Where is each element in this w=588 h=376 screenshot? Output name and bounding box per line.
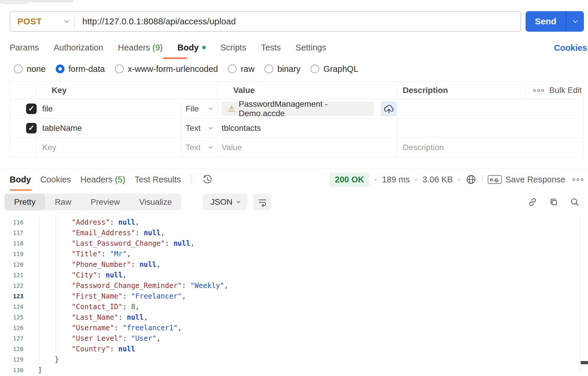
copy-button[interactable] <box>548 197 559 208</box>
token-s: "User" <box>131 334 157 343</box>
body-mode-graphql[interactable]: GraphQL <box>310 64 358 74</box>
line-number: 124 <box>0 302 23 312</box>
method-label: POST <box>17 16 42 26</box>
active-tab-underline <box>163 57 187 59</box>
body-mode-form-data[interactable]: form-data <box>56 64 105 74</box>
response-tabs: BodyCookiesHeaders(5)Test Results <box>10 175 181 184</box>
tab-scripts[interactable]: Scripts <box>220 43 247 52</box>
type-select[interactable]: Text <box>181 138 217 157</box>
tab-body[interactable]: Body <box>177 43 206 52</box>
description-cell[interactable] <box>397 118 584 138</box>
network-info-button[interactable] <box>465 174 477 185</box>
tab-label: Params <box>10 43 39 52</box>
row-checkbox-checked[interactable] <box>26 123 37 133</box>
response-view-toolbar: PrettyRawPreviewVisualize JSON <box>4 194 271 210</box>
token-p: : <box>131 260 140 269</box>
token-n: null <box>118 345 135 353</box>
history-button[interactable] <box>201 174 213 185</box>
line-number: 122 <box>0 280 23 291</box>
description-cell[interactable] <box>397 99 584 118</box>
copy-link-button[interactable] <box>527 197 538 208</box>
scrollbar-thumb[interactable] <box>581 361 588 364</box>
response-tab-test-results[interactable]: Test Results <box>135 175 181 184</box>
save-response-label: Save Response <box>505 175 565 184</box>
line-number: 119 <box>0 249 23 259</box>
value-cell[interactable]: tblcontacts <box>217 118 397 138</box>
token-p: , <box>144 313 148 321</box>
chevron-down-icon <box>573 18 577 23</box>
more-options-icon[interactable] <box>572 178 583 181</box>
radio-label: form-data <box>69 64 105 74</box>
radio-icon <box>310 65 319 73</box>
token-n: null <box>127 313 144 321</box>
key-cell[interactable]: file <box>36 99 181 118</box>
body-mode-x-www-form-urlencoded[interactable]: x-www-form-urlencoded <box>115 64 218 74</box>
row-checkbox-checked[interactable] <box>26 104 37 114</box>
token-k: "User Level" <box>72 334 123 343</box>
bulk-edit-area: Bulk Edit <box>526 82 584 99</box>
save-response-button[interactable]: e.g. Save Response <box>488 175 565 184</box>
description-cell-placeholder[interactable]: Description <box>397 138 584 157</box>
token-p: , <box>157 334 161 343</box>
bulk-edit-button[interactable]: Bulk Edit <box>549 86 582 95</box>
send-button-group: Send <box>526 11 584 32</box>
tab-label: Headers <box>80 175 113 184</box>
body-mode-none[interactable]: none <box>14 64 46 74</box>
language-select[interactable]: JSON <box>203 194 247 210</box>
section-divider <box>0 169 588 169</box>
tab-tests[interactable]: Tests <box>261 43 281 52</box>
modified-dot-icon <box>202 46 206 49</box>
code-action-buttons <box>527 194 580 210</box>
body-mode-binary[interactable]: binary <box>264 64 300 74</box>
tab-authorization[interactable]: Authorization <box>54 43 103 52</box>
send-options-button[interactable] <box>566 11 584 32</box>
token-p: : <box>135 229 144 237</box>
view-tab-raw[interactable]: Raw <box>45 194 81 210</box>
tab-settings[interactable]: Settings <box>295 43 326 52</box>
search-button[interactable] <box>569 197 580 208</box>
tab-headers[interactable]: Headers(9) <box>118 43 163 52</box>
key-cell-placeholder[interactable]: Key <box>36 138 181 157</box>
type-select[interactable]: Text <box>181 118 217 138</box>
line-number: 127 <box>0 333 23 344</box>
view-tab-visualize[interactable]: Visualize <box>130 194 182 210</box>
method-select[interactable]: POST <box>10 12 74 31</box>
separator-dot <box>375 179 377 181</box>
response-tab-body[interactable]: Body <box>10 175 31 184</box>
wrap-text-icon <box>257 197 268 208</box>
cloud-upload-icon <box>383 103 394 114</box>
code-line: 130] <box>0 365 588 375</box>
form-data-table: Key Value Description Bulk Edit file Fil… <box>10 82 583 157</box>
send-button[interactable]: Send <box>526 11 566 32</box>
radio-label: GraphQL <box>323 64 358 74</box>
token-n: null <box>118 218 135 226</box>
value-cell-placeholder[interactable]: Value <box>217 138 397 157</box>
view-tab-preview[interactable]: Preview <box>81 194 130 210</box>
description-column-header: Description <box>397 82 526 99</box>
upload-file-button[interactable] <box>380 101 397 116</box>
line-number: 125 <box>0 312 23 323</box>
key-column-header: Key <box>36 82 217 99</box>
code-content: "Address": null, <box>38 217 140 228</box>
tab-params[interactable]: Params <box>10 43 39 52</box>
response-tab-headers[interactable]: Headers(5) <box>80 175 125 184</box>
more-options-icon[interactable] <box>533 89 544 92</box>
selected-file-chip[interactable]: ⚠ PasswordManagement - Demo.accde <box>222 101 374 116</box>
type-select[interactable]: File <box>181 99 217 118</box>
token-k: "Phone_Number" <box>72 260 131 269</box>
token-k: "Address" <box>72 218 110 226</box>
wrap-lines-button[interactable] <box>253 194 271 210</box>
globe-icon <box>465 174 477 185</box>
key-cell[interactable]: tableName <box>36 118 181 138</box>
cookies-link[interactable]: Cookies <box>554 43 587 53</box>
code-line: 118 "Last_Password_Change": null, <box>0 238 588 249</box>
view-tab-pretty[interactable]: Pretty <box>4 194 45 210</box>
code-content: } <box>38 354 59 365</box>
select-column-header <box>10 82 36 99</box>
token-k: "Username" <box>72 324 114 332</box>
selected-file-name: PasswordManagement - Demo.accde <box>239 99 368 118</box>
body-mode-raw[interactable]: raw <box>228 64 254 74</box>
example-icon: e.g. <box>488 175 502 184</box>
response-tab-cookies[interactable]: Cookies <box>40 175 71 184</box>
url-input[interactable]: http://127.0.0.1:8088/api/access/upload <box>82 16 236 26</box>
